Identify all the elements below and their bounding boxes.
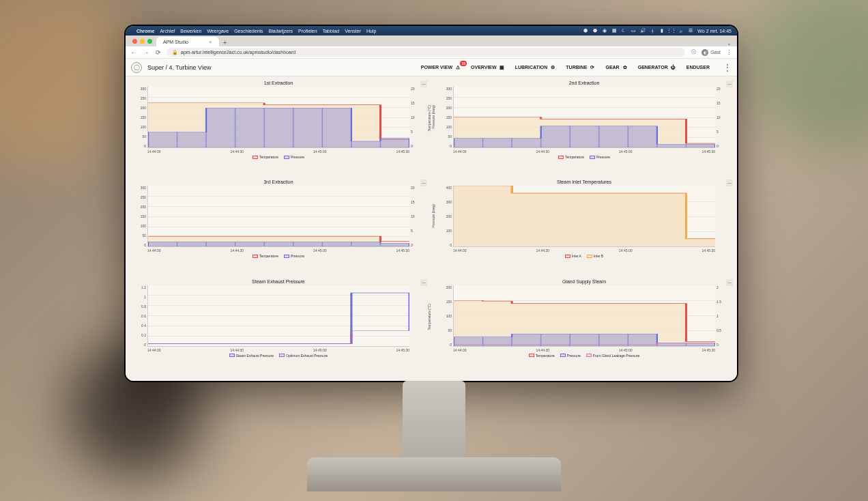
menubar-item[interactable]: Bladwijzers [269, 29, 293, 33]
menubar-item[interactable]: Archief [160, 29, 175, 33]
nav-label: TURBINE [566, 65, 587, 70]
collapse-chart-button[interactable]: — [420, 279, 427, 286]
grid-icon: ▦ [499, 64, 506, 71]
nav-label: OVERVIEW [471, 65, 497, 70]
browser-addressbar: ← → ⟳ 🔒 apm-artur.intelligence2act.co.uk… [126, 46, 737, 59]
back-button[interactable]: ← [130, 48, 138, 57]
legend-item[interactable]: Temperature [529, 354, 555, 358]
screen: Chrome Archief Bewerken Weergave Geschie… [126, 26, 737, 381]
browser-tab[interactable]: APM Studio × [156, 37, 219, 46]
legend-item[interactable]: Front Gland Leakage Pressure [586, 354, 639, 358]
legend-item[interactable]: Temperature [252, 254, 278, 258]
chart-plot[interactable]: 400300200100014:44:0014:44:3014:45:0014:… [453, 186, 715, 247]
nav-overview[interactable]: OVERVIEW ▦ [471, 64, 506, 71]
y-axis-left-label: Temperature (°C) [427, 304, 431, 330]
legend-item[interactable]: Optimum Exhaust Pressure [279, 354, 328, 358]
browser-profile[interactable]: ◐ Gast [701, 49, 721, 56]
volume-icon[interactable]: 🔊 [640, 28, 646, 33]
search-icon[interactable]: ⌕ [678, 28, 684, 33]
legend-item[interactable]: Temperature [252, 155, 278, 159]
chart-title: 2nd Extraction [434, 81, 734, 85]
legend-item[interactable]: Pressure [590, 155, 610, 159]
app-logo-icon[interactable]: ◯ [131, 62, 142, 73]
browser-menu-icon[interactable]: ⋮ [725, 48, 733, 57]
plot-area [453, 87, 715, 148]
nav-generator[interactable]: GENERATOR ⏻ [638, 64, 677, 71]
x-axis: 14:44:0014:44:3014:45:0014:45:30 [453, 149, 715, 154]
app-menu-icon[interactable]: ⋮ [719, 63, 732, 72]
close-tab-icon[interactable]: × [209, 39, 212, 45]
menubar-item[interactable]: Bewerken [180, 29, 201, 33]
plot-area [453, 186, 715, 247]
moon-icon[interactable]: ☾ [621, 28, 626, 33]
y-axis-left: 200150100500 [435, 285, 452, 347]
menubar-item[interactable]: Venster [345, 29, 361, 33]
status-icon[interactable]: ⬣ [592, 28, 598, 33]
y-axis-right: 20151050 [717, 87, 733, 148]
menubar-item[interactable]: Profielen [298, 29, 317, 33]
chart-gland_supply_steam: Gland Supply Steam—200150100500Temperatu… [434, 279, 734, 377]
status-icon[interactable]: ◉ [602, 28, 607, 33]
battery-icon[interactable]: ▮ [659, 28, 665, 33]
chart-title: 1st Extraction [128, 81, 429, 85]
control-center-icon[interactable]: ☰ [688, 28, 693, 33]
translate-icon[interactable]: ⦾ [689, 48, 697, 57]
menubar-item[interactable]: Weergave [207, 29, 229, 33]
breadcrumb[interactable]: Super / 4. Turbine View [147, 64, 211, 71]
window-controls [128, 39, 156, 44]
charts-grid: 1st Extraction—300250200150100500Tempera… [126, 76, 737, 381]
menubar-clock[interactable]: Wo 2 mrt. 14:45 [697, 29, 732, 33]
chart-plot[interactable]: 300250200150100500Temperature (°C)201510… [453, 87, 715, 148]
wifi-icon[interactable]: ⋮⋮ [669, 28, 674, 33]
y-axis-left: 300250200150100500 [435, 87, 452, 148]
new-tab-button[interactable]: + [219, 39, 231, 46]
close-window-button[interactable] [132, 39, 137, 44]
tabs-dropdown-icon[interactable]: ⌄ [727, 40, 737, 46]
plot-area [147, 87, 409, 148]
chart-2nd_extraction: 2nd Extraction—300250200150100500Tempera… [434, 81, 734, 178]
menubar-item[interactable]: Hulp [366, 29, 376, 33]
x-axis: 14:44:0014:44:3014:45:0014:45:30 [147, 348, 409, 352]
power-icon: ⏻ [670, 64, 677, 71]
nav-label: GEAR [605, 65, 619, 70]
nav-lubrication[interactable]: LUBRICATION ⚙ [515, 64, 557, 71]
chart-plot[interactable]: 300250200150100500Temperature (°C)201510… [147, 186, 409, 247]
status-icon[interactable]: ▦ [611, 28, 617, 33]
tab-title: APM Studio [163, 40, 188, 44]
plot-area [453, 285, 715, 347]
nav-enduser[interactable]: ENDUSER [686, 65, 710, 70]
menubar-app-name[interactable]: Chrome [136, 29, 154, 33]
chart-plot[interactable]: 300250200150100500Temperature (°C)201510… [147, 87, 409, 148]
legend-item[interactable]: Pressure [560, 354, 581, 358]
collapse-chart-button[interactable]: — [726, 180, 733, 186]
chart-legend: TemperaturePressureFront Gland Leakage P… [434, 354, 734, 358]
reload-button[interactable]: ⟳ [154, 48, 162, 57]
x-axis: 14:44:0014:44:3014:45:0014:45:30 [453, 248, 715, 253]
legend-item[interactable]: Steam Exhaust Pressure [229, 354, 274, 358]
chart-legend: TemperaturePressure [128, 155, 429, 160]
legend-item[interactable]: Pressure [284, 254, 304, 258]
status-icon[interactable]: ⬢ [583, 28, 588, 33]
nav-power-view[interactable]: POWER VIEW ⚠ 15 [421, 64, 461, 71]
chart-plot[interactable]: 200150100500Temperature (°C)21.510.50Pre… [453, 285, 715, 347]
maximize-window-button[interactable] [147, 39, 152, 44]
legend-item[interactable]: Inlet B [587, 254, 603, 258]
nav-label: GENERATOR [638, 65, 668, 70]
bluetooth-icon[interactable]: ᚼ [650, 28, 655, 33]
legend-item[interactable]: Pressure [284, 155, 304, 159]
forward-button[interactable]: → [142, 48, 150, 57]
nav-gear[interactable]: GEAR ✿ [605, 64, 628, 71]
avatar-icon: ◐ [701, 49, 708, 56]
lock-icon: 🔒 [172, 50, 178, 55]
legend-item[interactable]: Temperature [558, 155, 584, 159]
y-axis-left: 4003002001000 [435, 186, 452, 247]
url-input[interactable]: 🔒 apm-artur.intelligence2act.co.uk/apmst… [167, 48, 685, 57]
legend-item[interactable]: Inlet A [565, 254, 581, 258]
minimize-window-button[interactable] [140, 39, 145, 44]
monitor-stand-neck [403, 381, 465, 463]
menubar-item[interactable]: Tabblad [323, 29, 340, 33]
menubar-item[interactable]: Geschiedenis [234, 29, 263, 33]
chart-plot[interactable]: 1.210.80.60.40.20Pressure (barg)14:44:00… [147, 285, 409, 347]
nav-turbine[interactable]: TURBINE ⟳ [566, 64, 596, 71]
display-icon[interactable]: ▭ [631, 28, 636, 33]
